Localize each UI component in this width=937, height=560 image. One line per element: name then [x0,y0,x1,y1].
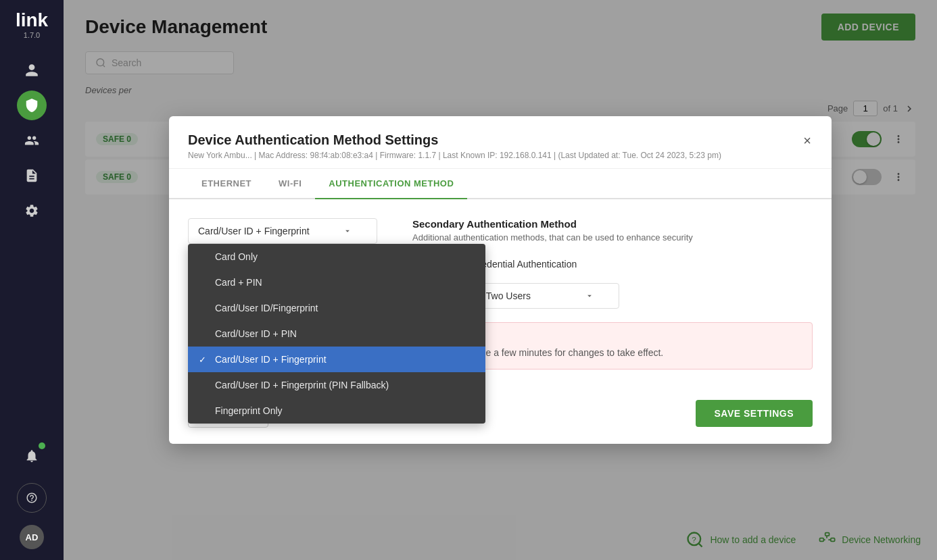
dropdown-item[interactable]: Card + PIN [188,270,485,295]
primary-dropdown-container: Card/User ID + Fingerprint Card Only [188,218,377,244]
modal-close-button[interactable]: × [796,130,818,151]
dropdown-item[interactable]: Fingerprint Only [188,398,485,424]
tab-wifi[interactable]: WI-FI [265,169,315,199]
sidebar-item-devices[interactable] [17,91,47,120]
selected-option: Card/User ID + Fingerprint [198,226,310,236]
sidebar-item-users[interactable] [17,55,47,85]
modal-title: Device Authentication Method Settings [188,132,813,148]
logo: link [16,11,48,30]
modal-body: Card/User ID + Fingerprint Card Only [169,199,832,399]
dropdown-item[interactable]: Card/User ID + PIN [188,321,485,347]
modal-tabs: ETHERNET WI-FI AUTHENTICATION METHOD [169,169,832,199]
dropdown-item-selected[interactable]: ✓ Card/User ID + Fingerprint [188,347,485,372]
help-button[interactable] [17,483,47,513]
dropdown-item[interactable]: Card/User ID/Fingerprint [188,295,485,321]
modal-header: Device Authentication Method Settings Ne… [169,116,832,169]
version: 1.7.0 [24,31,40,39]
save-settings-button[interactable]: SAVE SETTINGS [696,400,813,427]
secondary-desc: Additional authentication methods, that … [412,232,813,243]
dropdown-item[interactable]: Card Only [188,244,485,270]
auth-primary: Card/User ID + Fingerprint Card Only [188,218,391,309]
dropdown-item[interactable]: Card/User ID + Fingerprint (PIN Fallback… [188,372,485,398]
secondary-title: Secondary Authentication Method [412,218,813,230]
sidebar: link 1.7.0 AD [0,0,64,560]
tab-auth[interactable]: AUTHENTICATION METHOD [315,169,467,199]
sidebar-item-groups[interactable] [17,126,47,155]
chevron-down-icon [585,291,594,301]
notifications-button[interactable] [17,441,47,471]
overlay: Device Authentication Method Settings Ne… [64,0,937,560]
modal-subtitle: New York Ambu... | Mac Address: 98:f4:ab… [188,151,813,160]
main-content: Device Management ADD DEVICE Search Devi… [64,0,937,560]
tab-ethernet[interactable]: ETHERNET [188,169,265,199]
notification-dot [39,442,45,449]
avatar[interactable]: AD [20,525,44,549]
primary-dropdown-trigger[interactable]: Card/User ID + Fingerprint [188,218,377,244]
sidebar-item-reports[interactable] [17,161,47,190]
modal: Device Authentication Method Settings Ne… [169,116,832,444]
chevron-down-icon [343,226,352,236]
sidebar-item-settings[interactable] [17,196,47,226]
dropdown-menu: Card Only Card + PIN Card/User ID/Finger… [188,244,485,424]
